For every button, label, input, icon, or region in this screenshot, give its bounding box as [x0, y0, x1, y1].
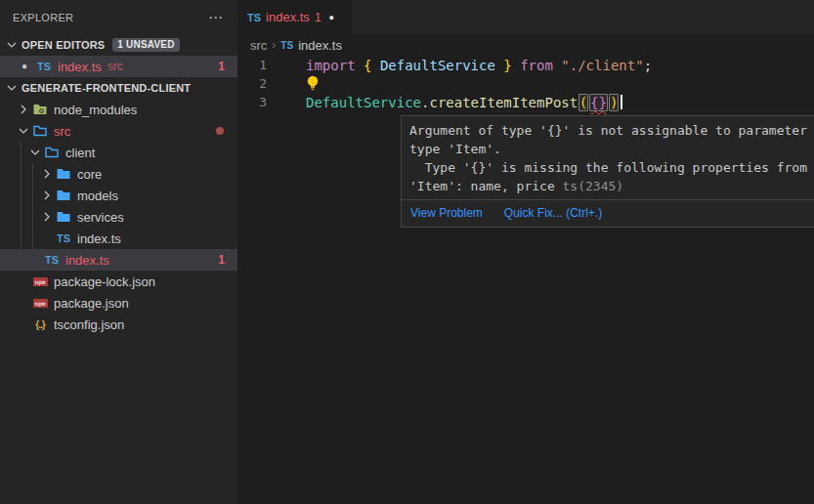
- open-editor-item-index-ts[interactable]: ● TS index.ts src 1: [0, 56, 237, 77]
- tree-item-label: index.ts: [77, 231, 121, 246]
- folder-icon: [55, 209, 72, 225]
- tree-item-package-json[interactable]: npm package.json: [0, 292, 237, 314]
- tree-item-label: services: [77, 210, 124, 225]
- tree-item-label: package-lock.json: [54, 274, 155, 289]
- lightbulb-icon[interactable]: [306, 75, 320, 92]
- tree-item-label: index.ts: [65, 253, 109, 268]
- code-line-2[interactable]: 2: [237, 74, 814, 93]
- code-token: ;: [644, 58, 652, 73]
- error-message-line: 'Item': name, price ts(2345): [409, 177, 814, 195]
- code-line-3[interactable]: 3 DefaultService.createItemItemPost({}): [237, 93, 814, 111]
- chevron-down-icon: [16, 123, 31, 139]
- code-editor[interactable]: 1 import { DefaultService } from "./clie…: [237, 56, 814, 111]
- tree-item-tsconfig-json[interactable]: {..} tsconfig.json: [0, 314, 237, 335]
- error-count-badge: 1: [218, 253, 225, 267]
- code-token: createItemItemPost: [429, 95, 578, 110]
- workspace-label: GENERATE-FRONTEND-CLIENT: [21, 82, 191, 94]
- more-actions-icon[interactable]: ⋯: [208, 9, 224, 26]
- chevron-down-icon: [4, 80, 20, 96]
- typescript-file-icon: TS: [45, 254, 59, 266]
- typescript-file-icon: TS: [280, 40, 293, 51]
- tree-item-client[interactable]: client: [0, 142, 237, 163]
- error-count-badge: 1: [218, 60, 225, 73]
- error-hover-popup: Argument of type '{}' is not assignable …: [401, 115, 814, 228]
- chevron-down-icon: [4, 37, 20, 53]
- tree-item-label: src: [54, 124, 70, 139]
- error-message-line: type 'Item'.: [409, 140, 814, 158]
- workspace-section[interactable]: GENERATE-FRONTEND-CLIENT: [0, 77, 237, 99]
- explorer-sidebar: EXPLORER ⋯ OPEN EDITORS 1 UNSAVED ● TS i…: [0, 0, 237, 504]
- error-message-line: Type '{}' is missing the following prope…: [409, 158, 814, 177]
- error-message-text: 'Item': name, price: [409, 179, 563, 193]
- tree-item-label: models: [77, 189, 118, 203]
- typescript-file-icon: TS: [57, 232, 70, 244]
- open-editors-section[interactable]: OPEN EDITORS 1 UNSAVED: [0, 34, 237, 56]
- tree-item-label: package.json: [54, 296, 129, 311]
- hover-actions: View Problem Quick Fix... (Ctrl+.): [402, 199, 814, 227]
- error-code-ref[interactable]: ts(2345): [563, 179, 624, 193]
- npm-file-icon: npm: [33, 299, 48, 308]
- breadcrumb-file[interactable]: index.ts: [298, 38, 342, 53]
- unsaved-badge: 1 UNSAVED: [112, 38, 179, 52]
- tree-item-services[interactable]: services: [0, 206, 237, 228]
- modified-dot-icon: ●: [21, 62, 35, 71]
- code-line-1[interactable]: 1 import { DefaultService } from "./clie…: [237, 56, 814, 74]
- quick-fix-link[interactable]: Quick Fix... (Ctrl+.): [504, 206, 602, 220]
- open-editor-filename: index.ts: [58, 60, 102, 74]
- open-editors-label: OPEN EDITORS: [21, 39, 105, 51]
- chevron-right-icon: [16, 102, 31, 117]
- node-modules-folder-icon: [31, 102, 49, 117]
- tree-item-src[interactable]: src: [0, 120, 237, 142]
- folder-open-icon: [31, 123, 49, 139]
- code-token-bracket: ): [609, 94, 619, 111]
- tree-item-label: tsconfig.json: [54, 317, 124, 332]
- tree-item-models[interactable]: models: [0, 185, 237, 206]
- tab-index-ts[interactable]: TS index.ts 1 ●: [237, 0, 352, 34]
- tab-error-count: 1: [315, 11, 321, 24]
- line-number: 1: [237, 58, 306, 72]
- chevron-right-icon: ›: [272, 38, 276, 52]
- explorer-header: EXPLORER ⋯: [0, 0, 237, 34]
- code-token: "./client": [561, 58, 643, 73]
- typescript-file-icon: TS: [247, 12, 261, 23]
- folder-open-icon: [43, 145, 61, 160]
- npm-file-icon: npm: [33, 277, 48, 286]
- tab-label: index.ts: [266, 10, 310, 24]
- code-token: DefaultService: [306, 95, 421, 110]
- breadcrumb-folder[interactable]: src: [250, 38, 267, 53]
- tree-item-label: node_modules: [54, 103, 137, 117]
- tree-item-core[interactable]: core: [0, 163, 237, 185]
- typescript-file-icon: TS: [37, 61, 51, 72]
- open-editor-description: src: [107, 60, 123, 73]
- error-dot-badge: [216, 127, 224, 135]
- tree-item-client-index-ts[interactable]: TS index.ts: [0, 228, 237, 249]
- chevron-right-icon: [39, 209, 55, 225]
- code-token: DefaultService: [371, 58, 503, 73]
- line-number: 2: [237, 76, 306, 91]
- breadcrumb: src › TS index.ts: [237, 34, 342, 56]
- modified-dot-icon[interactable]: ●: [329, 13, 334, 22]
- folder-icon: [55, 188, 72, 203]
- tree-item-node-modules[interactable]: node_modules: [0, 99, 237, 120]
- code-token-bracket: (: [578, 94, 588, 111]
- tree-item-package-lock-json[interactable]: npm package-lock.json: [0, 271, 237, 292]
- editor-tab-bar: TS index.ts 1 ●: [237, 0, 814, 34]
- code-token: {: [364, 58, 371, 73]
- error-message-line: Argument of type '{}' is not assignable …: [409, 121, 814, 140]
- chevron-down-icon: [27, 145, 43, 160]
- json-config-icon: {..}: [35, 319, 44, 330]
- code-token: .: [421, 95, 429, 110]
- tree-item-src-index-ts[interactable]: TS index.ts 1: [0, 249, 237, 271]
- file-tree: node_modules src client: [0, 99, 237, 335]
- tree-item-label: core: [77, 167, 102, 182]
- chevron-right-icon: [39, 188, 55, 203]
- code-token-error-arg: {}: [589, 94, 608, 111]
- code-token: import: [306, 58, 356, 73]
- tree-item-label: client: [65, 146, 95, 160]
- code-token: }: [503, 58, 511, 73]
- chevron-right-icon: [39, 166, 55, 182]
- folder-icon: [55, 166, 72, 182]
- code-token: from: [512, 58, 562, 73]
- error-message: Argument of type '{}' is not assignable …: [402, 116, 814, 199]
- view-problem-link[interactable]: View Problem: [410, 206, 483, 220]
